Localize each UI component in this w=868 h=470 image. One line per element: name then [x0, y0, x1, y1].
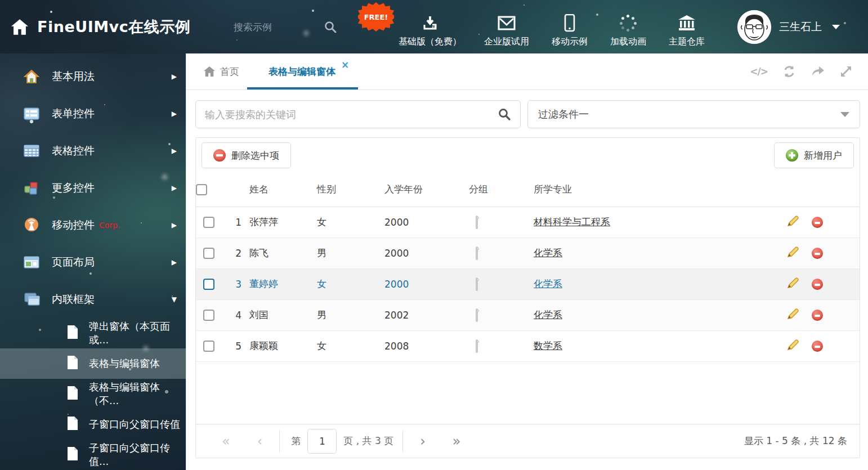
- add-user-button[interactable]: 新增用户: [774, 142, 854, 168]
- first-page-button[interactable]: «: [208, 435, 244, 448]
- delete-row-icon[interactable]: [812, 217, 823, 228]
- table-icon: [24, 144, 39, 158]
- major-link[interactable]: 化学系: [534, 278, 562, 289]
- sidebar-item-mobile-controls[interactable]: 移动控件 Corp. ▶: [0, 207, 186, 244]
- refresh-icon[interactable]: [782, 65, 796, 78]
- nav-item-loading-animation[interactable]: 加载动画: [599, 6, 657, 48]
- chevron-right-icon: ▶: [172, 258, 177, 266]
- edit-pencil-icon[interactable]: [786, 215, 799, 230]
- row-checkbox[interactable]: [203, 248, 214, 259]
- sidebar-subitem-label: 子窗口向父窗口传值...: [89, 441, 186, 468]
- delete-row-icon[interactable]: [812, 310, 823, 321]
- chevron-right-icon: ▶: [172, 110, 177, 118]
- users-table: 姓名 性别 入学年份 分组 所学专业 1 张萍萍 女: [196, 173, 860, 362]
- header-search[interactable]: [234, 20, 355, 34]
- row-checkbox[interactable]: [203, 279, 214, 290]
- edit-pencil-icon[interactable]: [786, 339, 799, 353]
- chevron-down-icon: [832, 25, 840, 29]
- app-window: FineUIMvc在线示例 FREE! 基础版（免费）: [0, 0, 868, 470]
- major-link[interactable]: 化学系: [534, 309, 562, 320]
- page-prefix-label: 第: [291, 435, 301, 447]
- delete-row-icon[interactable]: [812, 341, 823, 352]
- chevron-down-icon: ▼: [172, 296, 177, 303]
- sidebar-subitem-grid-edit-window-alt[interactable]: 表格与编辑窗体（不...: [0, 379, 186, 409]
- tab-label: 表格与编辑窗体: [269, 65, 335, 78]
- close-icon[interactable]: ×: [341, 60, 349, 70]
- nav-item-basic-free[interactable]: FREE! 基础版（免费）: [387, 6, 473, 48]
- column-header-group: 分组: [469, 173, 534, 207]
- delete-row-icon[interactable]: [812, 279, 823, 290]
- form-icon: [24, 107, 39, 120]
- keyword-search-box[interactable]: [195, 100, 521, 128]
- sidebar-item-more-controls[interactable]: 更多控件 ▶: [0, 169, 186, 207]
- user-menu[interactable]: 三生石上: [737, 10, 840, 44]
- chevron-right-icon: ▶: [172, 221, 177, 229]
- header-search-input[interactable]: [234, 21, 324, 33]
- app-title: FineUIMvc在线示例: [37, 17, 190, 37]
- sidebar-item-label: 内联框架: [52, 292, 95, 307]
- major-link[interactable]: 化学系: [534, 247, 562, 258]
- page-number-input[interactable]: [307, 429, 337, 454]
- sidebar-subitem-child-to-parent-alt[interactable]: 子窗口向父窗口传值...: [0, 440, 186, 470]
- delete-selected-button[interactable]: 删除选中项: [202, 142, 291, 168]
- open-new-window-icon[interactable]: [811, 65, 825, 78]
- nav-item-mobile-demo[interactable]: 移动示例: [540, 6, 599, 48]
- magnifier-icon[interactable]: [498, 108, 511, 121]
- row-checkbox[interactable]: [203, 341, 214, 352]
- edit-pencil-icon[interactable]: [786, 246, 799, 261]
- delete-row-icon[interactable]: [812, 248, 823, 259]
- grid-toolbar: 删除选中项 新增用户: [196, 138, 860, 173]
- magnifier-icon[interactable]: [324, 20, 337, 34]
- column-header-gender: 性别: [317, 173, 384, 207]
- tab-bar: 首页 表格与编辑窗体 × </>: [186, 53, 868, 90]
- next-page-button[interactable]: ›: [406, 435, 439, 448]
- table-row[interactable]: 2 陈飞 男 2000 化学系: [196, 238, 860, 268]
- antenna-icon: [24, 218, 39, 232]
- plus-circle-icon: [786, 149, 798, 162]
- logo[interactable]: FineUIMvc在线示例: [0, 17, 234, 37]
- chevron-right-icon: ▶: [172, 73, 177, 80]
- major-link[interactable]: 数学系: [534, 340, 562, 351]
- tab-home[interactable]: 首页: [186, 53, 254, 89]
- sidebar-subitem-label: 弹出窗体（本页面或...: [89, 320, 186, 347]
- frames-icon: [24, 292, 41, 307]
- chevron-right-icon: ▶: [172, 147, 177, 155]
- table-row[interactable]: 4 刘国 男 2002 化学系: [196, 299, 860, 330]
- sidebar-item-inline-frame[interactable]: 内联框架 ▼: [0, 281, 186, 318]
- major-link[interactable]: 材料科学与工程系: [534, 216, 610, 227]
- keyword-search-input[interactable]: [196, 109, 498, 120]
- nav-item-theme-store[interactable]: 主题仓库: [657, 6, 716, 48]
- avatar[interactable]: [737, 10, 771, 44]
- row-checkbox[interactable]: [203, 310, 214, 321]
- row-checkbox[interactable]: [203, 217, 214, 228]
- view-source-icon[interactable]: </>: [750, 66, 768, 77]
- prev-page-button[interactable]: ‹: [244, 435, 276, 448]
- table-row[interactable]: 1 张萍萍 女 2000 材料科学与工程系: [196, 207, 860, 238]
- nav-item-enterprise-trial[interactable]: 企业版试用: [473, 6, 540, 48]
- nav-label: 基础版（免费）: [399, 36, 462, 48]
- sidebar-subitem-label: 表格与编辑窗体: [89, 357, 160, 370]
- file-icon: [66, 416, 79, 431]
- tag-icon: [476, 277, 478, 291]
- sidebar-subitem-child-to-parent[interactable]: 子窗口向父窗口传值: [0, 409, 186, 440]
- sidebar-subitem-popup-window[interactable]: 弹出窗体（本页面或...: [0, 318, 186, 348]
- last-page-button[interactable]: »: [439, 435, 475, 448]
- sidebar-item-page-layout[interactable]: 页面布局 ▶: [0, 244, 186, 281]
- minus-circle-icon: [213, 149, 226, 162]
- sidebar-item-basic-usage[interactable]: 基本用法 ▶: [0, 58, 186, 95]
- select-all-checkbox[interactable]: [196, 184, 207, 195]
- table-row[interactable]: 5 康颖颖 女 2008 数学系: [196, 330, 860, 361]
- sidebar-item-form-controls[interactable]: 表单控件 ▶: [0, 95, 186, 132]
- table-row[interactable]: 3 董婷婷 女 2000 化学系: [196, 268, 860, 299]
- edit-pencil-icon[interactable]: [786, 277, 799, 292]
- pagination-bar: « ‹ 第 页 , 共 3 页 › » 显示 1 - 5 条 , 共 12 条: [196, 424, 860, 458]
- mobile-phone-icon: [564, 14, 575, 32]
- cell-gender: 女: [317, 268, 384, 299]
- expand-icon[interactable]: [840, 65, 852, 78]
- cell-gender: 女: [317, 330, 384, 361]
- filter-combo[interactable]: 过滤条件一: [527, 100, 860, 128]
- edit-pencil-icon[interactable]: [786, 308, 799, 323]
- sidebar-item-grid-controls[interactable]: 表格控件 ▶: [0, 132, 186, 169]
- sidebar-subitem-grid-edit-window[interactable]: 表格与编辑窗体: [0, 348, 186, 379]
- tab-grid-edit-window[interactable]: 表格与编辑窗体 ×: [254, 53, 363, 89]
